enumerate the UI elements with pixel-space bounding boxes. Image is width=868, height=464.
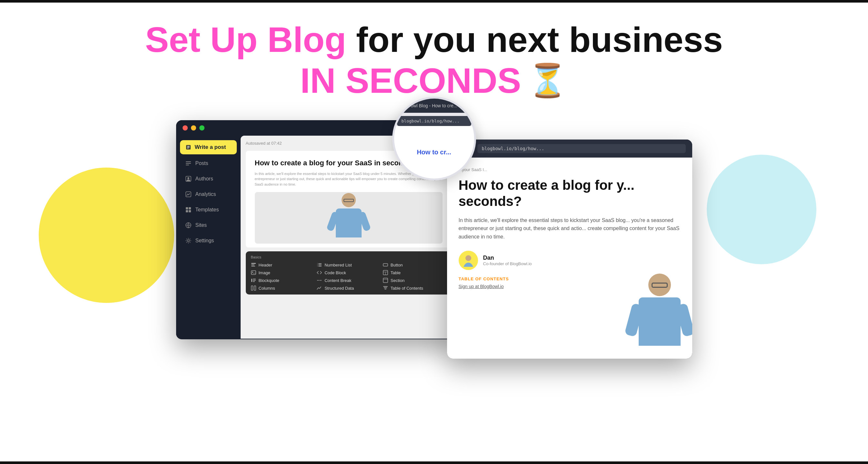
browser-bar: blogbowl.io/blog/how... xyxy=(447,139,692,158)
magnifier-overlay: owl Blog - How to cre... blogbowl.io/blo… xyxy=(392,97,476,180)
content-break-icon xyxy=(317,278,322,283)
author-name: Dan xyxy=(483,255,532,261)
sidebar-analytics[interactable]: Analytics xyxy=(176,187,241,202)
svg-point-33 xyxy=(319,280,320,280)
sites-icon xyxy=(185,222,192,228)
post-image-placeholder xyxy=(255,192,442,243)
svg-rect-35 xyxy=(383,278,388,283)
svg-rect-28 xyxy=(251,279,252,282)
block-toc[interactable]: Table of Contents xyxy=(383,286,446,291)
dot-green[interactable] xyxy=(199,125,205,131)
templates-icon xyxy=(185,206,192,213)
block-button[interactable]: Button xyxy=(383,262,446,267)
svg-rect-40 xyxy=(384,288,387,288)
block-content-break[interactable]: Content Break xyxy=(317,278,380,283)
author-avatar-inner xyxy=(459,251,478,270)
blog-post-title: How to create a blog for y...seconds? xyxy=(459,177,681,210)
block-code[interactable]: Code Block xyxy=(317,270,380,275)
autosave-text: Autosaved at 07:42 xyxy=(246,141,282,146)
svg-rect-41 xyxy=(384,289,386,289)
block-header[interactable]: Header xyxy=(251,262,314,267)
editor-sidebar: Write a post Posts Aut xyxy=(176,136,241,339)
section-block-icon xyxy=(383,278,388,283)
settings-label: Settings xyxy=(195,238,214,243)
author-role: Co-founder of BlogBowl.io xyxy=(483,261,532,266)
man-head xyxy=(342,193,356,207)
sidebar-settings[interactable]: Settings xyxy=(176,233,241,248)
svg-rect-23 xyxy=(251,271,256,274)
write-icon xyxy=(185,144,192,151)
authors-label: Authors xyxy=(195,176,213,182)
block-structured-data[interactable]: Structured Data xyxy=(317,286,380,291)
magnifier-preview-text: How to cr... xyxy=(417,148,451,156)
dot-yellow[interactable] xyxy=(191,125,196,131)
hero-line1-black: for you next business xyxy=(356,20,723,59)
breadcrumb: ...your SaaS l... xyxy=(459,167,681,172)
image-block-icon xyxy=(251,270,256,275)
browser-url-bar[interactable]: blogbowl.io/blog/how... xyxy=(477,144,686,153)
svg-rect-39 xyxy=(383,286,388,287)
man-arm-left xyxy=(326,211,339,232)
svg-rect-13 xyxy=(251,263,256,264)
svg-rect-2 xyxy=(186,163,191,164)
svg-rect-38 xyxy=(254,286,256,290)
svg-rect-29 xyxy=(253,279,256,279)
man-arm-right xyxy=(358,211,371,232)
svg-point-12 xyxy=(187,240,189,242)
man-body xyxy=(336,208,362,237)
authors-icon xyxy=(185,176,192,182)
svg-rect-31 xyxy=(253,281,255,282)
templates-label: Templates xyxy=(195,207,219,213)
svg-rect-18 xyxy=(318,266,321,266)
sidebar-authors[interactable]: Authors xyxy=(176,171,241,187)
svg-point-5 xyxy=(187,177,189,179)
block-blockquote[interactable]: Blockquote xyxy=(251,278,314,283)
svg-rect-8 xyxy=(189,207,191,209)
blog-man-head xyxy=(648,273,671,296)
block-numbered-list[interactable]: 123 Numbered List xyxy=(317,262,380,267)
svg-rect-7 xyxy=(186,207,188,209)
block-columns[interactable]: Columns xyxy=(251,286,314,291)
table-block-icon xyxy=(383,270,388,275)
sites-label: Sites xyxy=(195,222,207,228)
author-avatar xyxy=(459,251,478,270)
sidebar-posts[interactable]: Posts xyxy=(176,156,241,171)
blog-man-body xyxy=(639,297,681,346)
author-info: Dan Co-founder of BlogBowl.io xyxy=(483,255,532,266)
dot-red[interactable] xyxy=(183,125,188,131)
svg-rect-9 xyxy=(186,210,188,212)
blog-man-glasses xyxy=(652,283,668,288)
blog-window: blogbowl.io/blog/how... ...your SaaS l..… xyxy=(447,139,692,359)
svg-rect-16 xyxy=(318,263,321,264)
posts-icon xyxy=(185,160,192,167)
svg-rect-14 xyxy=(251,265,254,265)
block-picker-title: Basics xyxy=(251,255,446,259)
svg-rect-1 xyxy=(186,161,191,162)
block-picker: Basics Header 123 Numbered List Button xyxy=(246,251,452,295)
svg-rect-30 xyxy=(253,280,256,280)
block-table[interactable]: Table xyxy=(383,270,446,275)
author-avatar-svg xyxy=(460,252,476,268)
block-section[interactable]: Section xyxy=(383,278,446,283)
man-figure xyxy=(329,193,368,243)
svg-rect-17 xyxy=(318,265,321,265)
svg-rect-15 xyxy=(251,266,255,266)
sidebar-templates[interactable]: Templates xyxy=(176,202,241,218)
svg-point-24 xyxy=(252,272,253,273)
sidebar-sites[interactable]: Sites xyxy=(176,218,241,233)
svg-rect-3 xyxy=(186,165,189,165)
columns-block-icon xyxy=(251,286,256,291)
settings-icon xyxy=(185,237,192,244)
svg-point-43 xyxy=(465,255,471,261)
structured-data-icon xyxy=(317,286,322,291)
hero-title: Set Up Blog for you next business IN SEC… xyxy=(0,0,868,101)
magnifier-url-bar: blogbowl.io/blog/how... xyxy=(397,116,471,126)
hero-line1-pink: Set Up Blog xyxy=(145,20,346,59)
svg-rect-10 xyxy=(189,210,191,212)
sidebar-write-post[interactable]: Write a post xyxy=(180,140,237,154)
toc-icon xyxy=(383,286,388,291)
posts-label: Posts xyxy=(195,161,208,166)
top-border xyxy=(0,0,868,3)
block-image[interactable]: Image xyxy=(251,270,314,275)
button-block-icon xyxy=(383,262,388,267)
